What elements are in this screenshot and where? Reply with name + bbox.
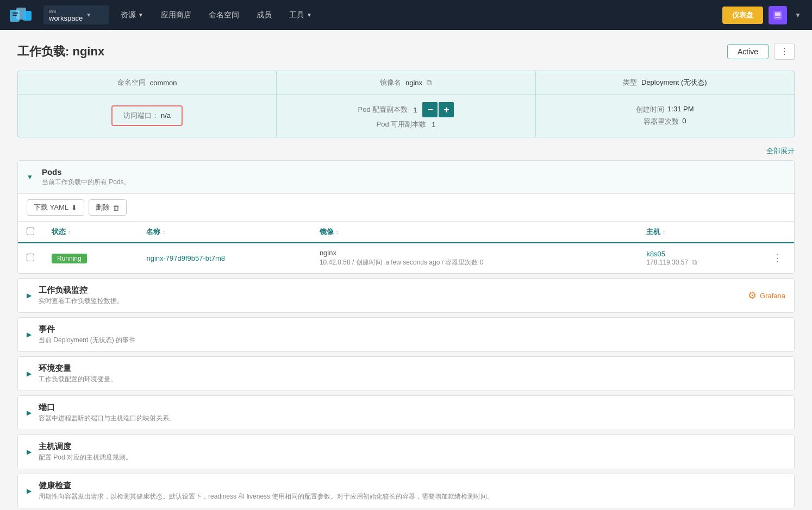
user-avatar[interactable] (769, 6, 787, 24)
page-title: 工作负载: nginx (17, 43, 104, 60)
pods-header-row: ▼ Pods 当前工作负载中的所有 Pods。 (27, 167, 785, 187)
row-more-button[interactable]: ⋮ (769, 251, 785, 265)
header-actions: Active ⋮ (727, 43, 795, 60)
download-icon: ⬇ (71, 204, 77, 212)
replicas-cell: Pod 配置副本数 1 − + Pod 可用副本数 1 (277, 95, 535, 137)
section-ports-header[interactable]: ▶ 端口 容器中进程监听的端口与主机端口的映射关系。 (18, 396, 794, 430)
copy-image-icon[interactable]: ⧉ (427, 78, 432, 87)
image-column-header[interactable]: 镜像 ↕ (311, 222, 638, 243)
health-chevron-icon: ▶ (27, 487, 33, 495)
section-scheduling-header[interactable]: ▶ 主机调度 配置 Pod 对应的主机调度规则。 (18, 435, 794, 469)
status-column-header[interactable]: 状态 ↑ (43, 222, 138, 243)
account-chevron-icon[interactable]: ▼ (792, 9, 803, 21)
health-title-group: 健康检查 周期性向容器发出请求，以检测其健康状态。默认设置下，readiness… (39, 481, 785, 501)
scheduling-chevron-icon: ▶ (27, 448, 33, 456)
pod-configured-label: Pod 配置副本数 (358, 105, 408, 115)
menu-item-members[interactable]: 成员 (249, 7, 279, 23)
section-scheduling: ▶ 主机调度 配置 Pod 对应的主机调度规则。 (17, 435, 795, 469)
scheduling-title: 主机调度 (39, 442, 785, 452)
type-label: 类型 (623, 78, 637, 87)
ports-title: 端口 (39, 402, 785, 413)
delete-button[interactable]: 删除 🗑 (89, 199, 127, 216)
menu-item-appstore[interactable]: 应用商店 (153, 7, 199, 23)
menu-item-namespace[interactable]: 命名空间 (201, 7, 247, 23)
workspace-selector[interactable]: ws workspace ▼ (43, 5, 109, 24)
row-name-cell: nginx-797d9f9b57-bt7m8 (138, 243, 310, 273)
port-box: 访问端口： n/a (111, 105, 183, 126)
menu-item-tools[interactable]: 工具 ▼ (282, 7, 320, 23)
events-subtitle: 当前 Deployment (无状态) 的事件 (39, 336, 785, 345)
section-ports: ▶ 端口 容器中进程监听的端口与主机端口的映射关系。 (17, 395, 795, 430)
host-column-header[interactable]: 主机 ↕ (638, 222, 760, 243)
port-value: n/a (161, 111, 171, 119)
expand-all-link[interactable]: 全部展开 (766, 147, 795, 155)
restart-row: 容器里次数 0 (644, 117, 686, 127)
replica-controls: − + (422, 102, 454, 117)
pod-name-link[interactable]: nginx-797d9f9b57-bt7m8 (146, 254, 225, 262)
select-all-checkbox[interactable] (27, 228, 34, 235)
pods-toolbar: 下载 YAML ⬇ 删除 🗑 (18, 194, 794, 222)
section-health-header[interactable]: ▶ 健康检查 周期性向容器发出请求，以检测其健康状态。默认设置下，readine… (18, 474, 794, 508)
restart-value: 0 (682, 117, 686, 127)
scheduling-title-group: 主机调度 配置 Pod 对应的主机调度规则。 (39, 442, 785, 462)
pods-header: ▼ Pods 当前工作负载中的所有 Pods。 (18, 161, 794, 194)
envvars-chevron-icon: ▶ (27, 370, 33, 377)
port-cell: 访问端口： n/a (18, 95, 277, 137)
download-yaml-button[interactable]: 下载 YAML ⬇ (27, 199, 84, 216)
pods-subtitle: 当前工作负载中的所有 Pods。 (42, 178, 130, 187)
image-value: nginx (405, 79, 422, 87)
section-envvars: ▶ 环境变量 工作负载配置的环境变量。 (17, 356, 795, 391)
main-content: 工作负载: nginx Active ⋮ 命名空间 common 镜像名 ngi… (0, 30, 812, 510)
creation-cell: 创建时间 1:31 PM 容器里次数 0 (536, 95, 794, 137)
grafana-link[interactable]: ⚙ Grafana (748, 289, 785, 301)
events-title: 事件 (39, 324, 785, 335)
pods-title: Pods (42, 167, 130, 177)
info-row-1: 命名空间 common 镜像名 nginx ⧉ 类型 Deployment (无… (18, 71, 794, 94)
section-monitoring-header[interactable]: ▶ 工作负载监控 实时查看工作负载监控数据。 ⚙ Grafana (18, 279, 794, 312)
app-logo (9, 5, 35, 25)
table-header-row: 状态 ↑ 名称 ↕ 镜像 ↕ 主机 ↕ (18, 222, 794, 243)
menu-item-resources[interactable]: 资源 ▼ (113, 7, 151, 23)
section-envvars-header[interactable]: ▶ 环境变量 工作负载配置的环境变量。 (18, 357, 794, 391)
workspace-name: workspace (49, 14, 83, 22)
increase-replica-button[interactable]: + (439, 102, 454, 117)
creation-info: 创建时间 1:31 PM 容器里次数 0 (636, 105, 694, 127)
pod-replicas: Pod 配置副本数 1 − + Pod 可用副本数 1 (358, 102, 454, 129)
pods-section: ▼ Pods 当前工作负载中的所有 Pods。 下载 YAML ⬇ 删除 🗑 (17, 160, 795, 274)
info-row-2: 访问端口： n/a Pod 配置副本数 1 − + Pod 可用副本数 (18, 94, 794, 137)
sections-container: ▶ 工作负载监控 实时查看工作负载监控数据。 ⚙ Grafana ▶ 事件 当前… (17, 278, 795, 510)
tools-chevron-icon: ▼ (307, 12, 312, 18)
namespace-value: common (150, 79, 177, 87)
row-actions-cell: ⋮ (760, 243, 794, 273)
row-status-cell: Running (43, 243, 138, 273)
copy-ip-icon[interactable]: ⧉ (692, 258, 697, 266)
pods-table: 状态 ↑ 名称 ↕ 镜像 ↕ 主机 ↕ (18, 222, 794, 273)
dashboard-button[interactable]: 仪表盘 (722, 7, 763, 24)
host-name-link[interactable]: k8s05 (646, 250, 665, 258)
available-replicas-row: Pod 可用副本数 1 (377, 119, 436, 129)
created-label: 创建时间 (636, 105, 664, 115)
name-column-header[interactable]: 名称 ↕ (138, 222, 310, 243)
image-sort-icon: ↕ (336, 229, 339, 235)
grafana-icon: ⚙ (748, 289, 757, 301)
section-monitoring: ▶ 工作负载监控 实时查看工作负载监控数据。 ⚙ Grafana (17, 278, 795, 313)
row-checkbox[interactable] (27, 254, 34, 261)
resources-chevron-icon: ▼ (138, 12, 143, 18)
select-all-header[interactable] (18, 222, 43, 243)
navbar: ws workspace ▼ 资源 ▼ 应用商店 命名空间 成员 工具 ▼ 仪表… (0, 0, 812, 30)
navbar-menu: 资源 ▼ 应用商店 命名空间 成员 工具 ▼ (113, 7, 718, 23)
health-subtitle: 周期性向容器发出请求，以检测其健康状态。默认设置下，readiness 和 li… (39, 492, 785, 501)
ports-title-group: 端口 容器中进程监听的端口与主机端口的映射关系。 (39, 402, 785, 423)
status-badge: Active (727, 44, 769, 59)
ports-subtitle: 容器中进程监听的端口与主机端口的映射关系。 (39, 414, 785, 423)
expand-row: 全部展开 (17, 142, 795, 160)
svg-rect-6 (775, 17, 780, 18)
table-row: Running nginx-797d9f9b57-bt7m8 nginx 10.… (18, 243, 794, 273)
name-sort-icon: ↕ (163, 229, 166, 235)
svg-rect-2 (23, 11, 32, 21)
pods-collapse-icon[interactable]: ▼ (27, 173, 33, 181)
namespace-label: 命名空间 (117, 78, 146, 87)
section-events-header[interactable]: ▶ 事件 当前 Deployment (无状态) 的事件 (18, 318, 794, 351)
more-options-button[interactable]: ⋮ (774, 43, 795, 60)
decrease-replica-button[interactable]: − (422, 102, 438, 117)
